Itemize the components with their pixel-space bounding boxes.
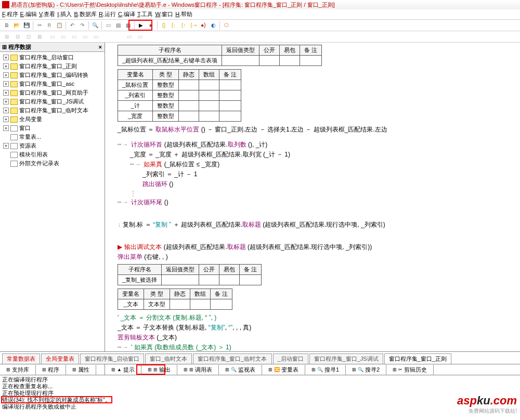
tree-item[interactable]: +窗口	[1, 124, 103, 133]
view1-icon[interactable]: ▭	[103, 21, 113, 30]
title-text: 易语言(加密狗版) - C:\Users\于然\Desktop\ilnshi\e…	[11, 1, 335, 9]
menu-item[interactable]: F.程序	[2, 10, 18, 18]
editor-tab[interactable]: 窗口程序集_窗口_临时文本	[193, 353, 271, 364]
tree-item[interactable]: 模块引用表	[1, 150, 103, 159]
tree-item[interactable]: +窗口程序集_窗口_正则	[1, 62, 103, 71]
panel-tab[interactable]: 🔀 变量表	[262, 365, 305, 375]
undo-icon[interactable]: ↶	[68, 21, 77, 30]
code-line[interactable]: _列索引 ＝ _计 － 1	[107, 169, 518, 179]
open-icon[interactable]: 📂	[12, 21, 21, 30]
code-line[interactable]: ⋮	[107, 189, 518, 198]
t2-11-icon[interactable]: ▭	[135, 32, 145, 42]
subroutine-table-1: 子程序名返回值类型公开易包备 注_超级列表框_匹配结果_右键单击表项	[118, 45, 322, 66]
panel-tab[interactable]: 🔍 搜寻1	[305, 365, 346, 375]
tree-item[interactable]: 外部文件记录表	[1, 159, 103, 168]
panel-tab[interactable]: 程序	[36, 365, 66, 375]
tree-item[interactable]: +窗口程序集_窗口_临时文本	[1, 106, 103, 115]
panel-header[interactable]: 程序数据	[0, 43, 105, 52]
editor-tab[interactable]: 常量数据表	[2, 353, 40, 364]
tool-icon[interactable]: ⎔	[222, 21, 231, 30]
menu-item[interactable]: R.运行	[99, 10, 116, 18]
panel-tab[interactable]: 支持库	[0, 365, 36, 375]
code-line[interactable]: 跳出循环 ()	[107, 179, 518, 189]
editor-tab[interactable]: _启动窗口	[273, 353, 308, 364]
code-editor[interactable]: 子程序名返回值类型公开易包备 注_超级列表框_匹配结果_右键单击表项 变量名类 …	[105, 43, 520, 351]
code-line[interactable]: ┅→ ' 如果真 (取数组成员数 (_文本) ＞ 1)	[107, 343, 518, 351]
t2-9-icon[interactable]: ▭	[91, 32, 100, 42]
t2-7-icon[interactable]: ▭	[69, 32, 79, 42]
code-line[interactable]: _宽度 ＝ _宽度 ＋ 超级列表框_匹配结果.取列宽 (_计 － 1)	[107, 150, 518, 160]
t2-3-icon[interactable]: ⊡	[24, 32, 33, 42]
tree: +窗口程序集_启动窗口+窗口程序集_窗口_正则+窗口程序集_窗口_编码转换+窗口…	[0, 52, 105, 351]
new-icon[interactable]: 🗎	[2, 21, 11, 30]
tree-item[interactable]: +资源表	[1, 141, 103, 150]
step4-icon[interactable]: {⇢	[189, 21, 198, 30]
code-line[interactable]: _文本 ＝ 子文本替换 (复制.标题, “复制”, “”, , , 真)	[107, 323, 518, 333]
code-line[interactable]: ┅→ 计次循环尾 ()	[107, 198, 518, 207]
menu-item[interactable]: C.编译	[118, 10, 135, 18]
view2-icon[interactable]: ▤	[113, 21, 123, 30]
t2-10-icon[interactable]: ▭	[124, 32, 134, 42]
find-icon[interactable]: 🔍	[90, 21, 100, 30]
panel-tab[interactable]: ▲ 提示	[105, 365, 141, 375]
watermark-logo: aspku.com 免费网站源码下载站!	[457, 394, 517, 415]
tree-item[interactable]: +窗口程序集_窗口_asc	[1, 80, 103, 88]
panel-tab[interactable]: 🔍 监视表	[219, 365, 262, 375]
editor-tab[interactable]: 窗口程序集_启动窗口	[80, 353, 144, 364]
tree-item[interactable]: +窗口程序集_窗口_网页助手	[1, 88, 103, 97]
code-line[interactable]: 置剪辑板文本 (_文本)	[107, 333, 518, 343]
code-line[interactable]: ┅→ 如果真 (_鼠标位置 ≤ _宽度)	[107, 160, 518, 169]
run-icon[interactable]: ▶	[136, 21, 146, 30]
t2-1-icon[interactable]: ⊞	[2, 32, 11, 42]
editor-tab[interactable]: 窗口程序集_窗口_正则	[384, 353, 451, 364]
t2-5-icon[interactable]: ▭	[47, 32, 57, 42]
view3-icon[interactable]: ▦	[123, 21, 133, 30]
paste-icon[interactable]: 📋	[55, 21, 64, 30]
menu-item[interactable]: B.数据库	[74, 10, 96, 18]
toolbar-2: ⊞ ⊟ ⊡ ⊠ ▭ ▭ ▭ ▭ ▭ ▭ ▭	[0, 31, 520, 43]
step3-icon[interactable]: {↑	[179, 21, 188, 30]
menu-item[interactable]: W.窗口	[155, 10, 173, 18]
cut-icon[interactable]: ✂	[35, 21, 44, 30]
redo-icon[interactable]: ↷	[77, 21, 87, 30]
t2-6-icon[interactable]: ▭	[58, 32, 68, 42]
tree-item[interactable]: +窗口程序集_启动窗口	[1, 53, 103, 62]
menu-item[interactable]: I.插入	[57, 10, 72, 18]
panel-tab[interactable]: 属性	[66, 365, 96, 375]
step2-icon[interactable]: {↓	[169, 21, 178, 30]
t2-2-icon[interactable]: ⊟	[13, 32, 22, 42]
var-table-2: 变量名类 型静态数组备 注_文本文本型	[118, 288, 232, 310]
menu-item[interactable]: V.查看	[39, 10, 55, 18]
panel-tab[interactable]: 🔍 搜寻2	[346, 365, 386, 375]
menu-item[interactable]: H.帮助	[175, 10, 192, 18]
step1-icon[interactable]: {}	[159, 21, 168, 30]
editor-tab[interactable]: 窗口程序集_窗口_JS调试	[309, 353, 383, 364]
tree-item[interactable]: +窗口程序集_窗口_JS调试	[1, 97, 103, 106]
editor-tab[interactable]: 窗口_临时文本	[145, 353, 192, 364]
save-icon[interactable]: 💾	[22, 21, 31, 30]
code-line[interactable]: ┅→ 计次循环首 (超级列表框_匹配结果.取列数 (), _计)	[107, 140, 518, 150]
menu-item[interactable]: T.工具	[137, 10, 153, 18]
breakpoint-icon[interactable]: ●}	[199, 21, 208, 30]
panel-tab[interactable]: ✂ 剪辑历史	[386, 365, 434, 375]
output-line: 正在预处理现行程序	[2, 390, 518, 397]
code-line[interactable]: _鼠标位置 ＝ 取鼠标水平位置 () － 窗口_正则.左边 － 选择夹1.左边 …	[107, 125, 518, 135]
editor-tab[interactable]: 全局变量表	[41, 353, 79, 364]
t2-8-icon[interactable]: ▭	[80, 32, 89, 42]
panel-tab[interactable]: ⊞ 输出	[141, 365, 177, 375]
var-table-1: 变量名类 型静态数组备 注_鼠标位置整数型_列索引整数型_计整数型_宽度整数型	[118, 69, 241, 122]
code-line[interactable]: 弹出菜单 (右键, , )	[107, 252, 518, 262]
action1-icon[interactable]: ◐	[209, 21, 218, 30]
code-line[interactable]: ↓复制.标 ＝ “复制 ” ＋ 超级列表框_匹配结果.取标题 (超级列表框_匹配…	[107, 220, 518, 230]
subroutine-table-2: 子程序名返回值类型公开易包备 注_复制_被选择	[118, 264, 262, 285]
code-line[interactable]: ' _文本 ＝ 分割文本 (复制.标题, “ ”, )	[107, 313, 518, 323]
panel-tab[interactable]: ⊞ 调用表	[177, 365, 219, 375]
menu-item[interactable]: E.编辑	[20, 10, 37, 18]
t2-4-icon[interactable]: ⊠	[35, 32, 44, 42]
copy-icon[interactable]: ⎘	[45, 21, 54, 30]
tree-item[interactable]: 常量表...	[1, 133, 103, 141]
tree-item[interactable]: +全局变量	[1, 115, 103, 124]
tree-item[interactable]: +窗口程序集_窗口_编码转换	[1, 71, 103, 80]
stop-icon[interactable]: ■	[146, 21, 155, 30]
code-line[interactable]: ▶ 输出调试文本 (超级列表框_匹配结果.取标题 (超级列表框_匹配结果.现行选…	[107, 242, 518, 252]
